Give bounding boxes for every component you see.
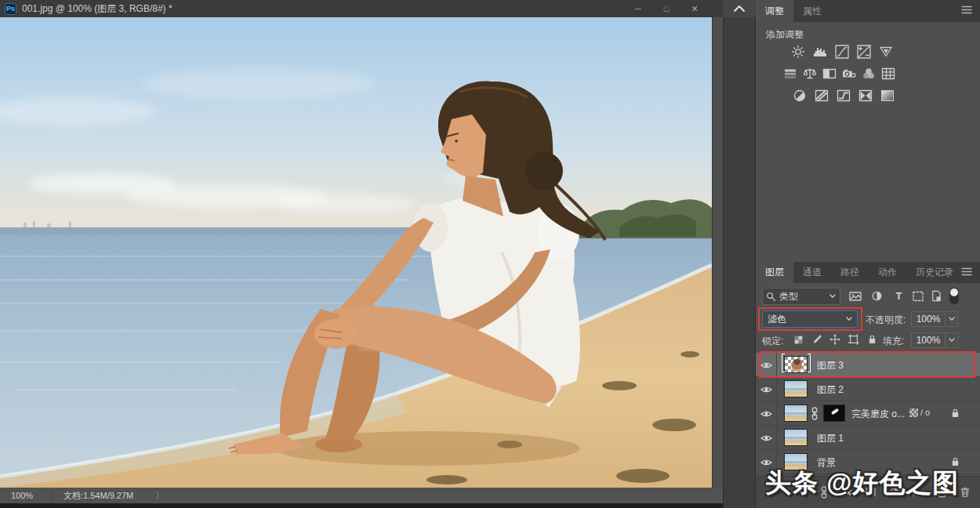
- mask-link-icon[interactable]: [811, 407, 820, 421]
- channel-mixer-icon[interactable]: [861, 66, 877, 82]
- tab-actions[interactable]: 动作: [869, 262, 906, 283]
- tab-paths[interactable]: 路径: [831, 262, 869, 283]
- lock-label: 锁定:: [762, 335, 783, 348]
- status-divider: [52, 490, 53, 501]
- hue-saturation-icon[interactable]: [782, 66, 798, 82]
- layer-filter-row: 类型 T: [756, 287, 980, 306]
- eye-icon: [760, 410, 772, 418]
- filter-type-label: 类型: [779, 290, 798, 303]
- document-title: 001.jpg @ 100% (图层 3, RGB/8#) *: [22, 2, 172, 16]
- layer-row-3[interactable]: 图层 3: [756, 353, 980, 377]
- fill-label: 填充:: [883, 335, 904, 348]
- lock-pixels-icon[interactable]: [811, 333, 823, 346]
- tab-layers[interactable]: 图层: [756, 262, 793, 283]
- add-adjustment-label: 添加调整: [766, 28, 804, 42]
- layer-thumbnail[interactable]: [784, 356, 808, 373]
- tab-properties[interactable]: 属性: [793, 0, 831, 22]
- eye-icon: [760, 434, 772, 442]
- opacity-value[interactable]: 100%: [911, 311, 946, 327]
- zoom-level-field[interactable]: 100%: [11, 491, 52, 500]
- vibrance-icon[interactable]: [878, 44, 894, 60]
- filter-shape-layers-icon[interactable]: [911, 289, 924, 303]
- window-bottom-edge: [0, 503, 723, 508]
- effects-mini-thumb: [909, 408, 918, 417]
- panel-menu-icon[interactable]: [961, 5, 972, 16]
- lock-artboard-icon[interactable]: [848, 333, 860, 346]
- thumb-bracket-left: [782, 354, 785, 372]
- layer-name-suffix: / o: [920, 408, 930, 417]
- layer-mask-thumbnail[interactable]: [823, 405, 845, 422]
- maximize-button[interactable]: □: [652, 0, 681, 17]
- layer-name[interactable]: 图层 3: [817, 359, 844, 372]
- visibility-toggle[interactable]: [756, 353, 777, 377]
- layer-row-retouch[interactable]: 完美磨皮 o... / o: [756, 401, 980, 426]
- canvas-gutter: [712, 17, 723, 488]
- lock-transparency-icon[interactable]: [792, 333, 804, 346]
- photoshop-app-icon: Ps: [5, 3, 16, 15]
- filter-type-dropdown[interactable]: 类型: [762, 288, 840, 305]
- chevron-down-icon: [829, 294, 836, 299]
- layer-row-2[interactable]: 图层 2: [756, 377, 980, 401]
- tab-channels[interactable]: 通道: [793, 262, 831, 283]
- document-size-info: 文档:1.54M/9.27M: [64, 490, 133, 502]
- layer-list: 图层 3 图层 2 完美磨皮 o...: [756, 353, 980, 476]
- lock-row: 锁定: 填充: 100%: [756, 331, 980, 350]
- filter-toggle-switch[interactable]: [949, 288, 959, 304]
- eye-icon: [760, 361, 772, 369]
- color-balance-icon[interactable]: [802, 66, 818, 82]
- photoshop-window: Ps 001.jpg @ 100% (图层 3, RGB/8#) * ─ □ ✕: [0, 0, 980, 508]
- fill-dropdown-chevron[interactable]: [946, 332, 958, 348]
- fill-value[interactable]: 100%: [911, 332, 946, 348]
- layer-name[interactable]: 图层 1: [817, 432, 844, 445]
- document-titlebar[interactable]: Ps 001.jpg @ 100% (图层 3, RGB/8#) * ─ □ ✕: [0, 0, 723, 17]
- layer-thumbnail[interactable]: [784, 429, 808, 446]
- search-icon: [766, 292, 776, 302]
- layer-thumbnail[interactable]: [784, 405, 808, 422]
- blend-mode-dropdown[interactable]: 滤色: [762, 310, 858, 328]
- status-options-chevron[interactable]: 〉: [155, 490, 164, 502]
- thumb-bracket-right: [808, 354, 811, 372]
- black-white-icon[interactable]: [822, 66, 837, 82]
- chevron-down-icon: [846, 317, 852, 321]
- right-panel-dock: 调整 属性 添加调整: [756, 0, 980, 508]
- beach-photo: [0, 17, 712, 488]
- panel-dock-strip: [723, 0, 756, 508]
- color-lookup-icon[interactable]: [880, 66, 896, 82]
- close-button[interactable]: ✕: [681, 0, 709, 17]
- layer-row-1[interactable]: 图层 1: [756, 426, 980, 450]
- invert-icon[interactable]: [792, 88, 808, 103]
- tab-adjustments[interactable]: 调整: [756, 0, 793, 22]
- filter-adjustment-layers-icon[interactable]: [870, 289, 884, 303]
- filter-type-layers-icon[interactable]: T: [892, 289, 906, 303]
- visibility-toggle[interactable]: [756, 377, 777, 401]
- lock-icon: [950, 407, 960, 419]
- selective-color-icon[interactable]: [880, 88, 895, 103]
- blend-mode-value: 滤色: [768, 313, 786, 326]
- canvas-image[interactable]: [0, 17, 712, 488]
- tab-history[interactable]: 历史记录: [906, 262, 963, 283]
- exposure-icon[interactable]: [856, 44, 872, 60]
- photo-filter-icon[interactable]: [841, 66, 857, 82]
- collapse-panels-button[interactable]: [723, 0, 756, 17]
- minimize-button[interactable]: ─: [624, 0, 652, 17]
- chevron-up-icon: [733, 5, 746, 13]
- filter-smart-objects-icon[interactable]: [930, 289, 943, 303]
- threshold-icon[interactable]: [836, 88, 851, 103]
- adjustments-panel: 添加调整: [756, 22, 980, 257]
- layer-name[interactable]: 图层 2: [817, 383, 844, 397]
- gradient-map-icon[interactable]: [858, 88, 873, 103]
- layer-thumbnail[interactable]: [784, 380, 808, 397]
- lock-all-icon[interactable]: [866, 333, 878, 346]
- brightness-contrast-icon[interactable]: [790, 44, 806, 60]
- opacity-dropdown-chevron[interactable]: [946, 311, 958, 327]
- levels-icon[interactable]: [812, 44, 828, 60]
- panel-menu-icon[interactable]: [961, 267, 972, 278]
- posterize-icon[interactable]: [814, 88, 829, 103]
- opacity-label: 不透明度:: [866, 314, 906, 327]
- visibility-toggle[interactable]: [756, 426, 777, 450]
- layer-name[interactable]: 完美磨皮 o...: [851, 408, 905, 421]
- lock-position-icon[interactable]: [829, 333, 841, 346]
- visibility-toggle[interactable]: [756, 401, 777, 426]
- curves-icon[interactable]: [834, 44, 850, 60]
- filter-pixel-layers-icon[interactable]: [848, 289, 862, 303]
